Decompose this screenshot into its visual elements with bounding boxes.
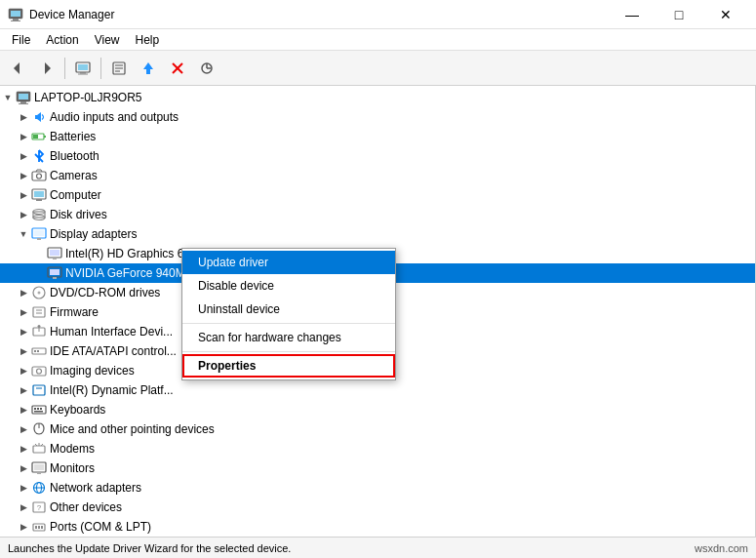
tree-label-root: LAPTOP-0LJR9OR5 xyxy=(34,91,142,104)
tree-item-network[interactable]: ▶Network adapters xyxy=(0,478,755,498)
expand-btn-firmware[interactable]: ▶ xyxy=(16,304,31,320)
svg-rect-78 xyxy=(35,526,37,529)
tree-icon-bluetooth xyxy=(31,148,47,164)
svg-rect-62 xyxy=(40,408,42,410)
update-driver-button[interactable] xyxy=(135,55,162,82)
tree-item-mice[interactable]: ▶Mice and other pointing devices xyxy=(0,419,755,439)
tree-icon-ports xyxy=(31,519,47,535)
tree-icon-other: ? xyxy=(31,499,47,515)
svg-point-50 xyxy=(38,325,41,328)
tree-item-other[interactable]: ▶?Other devices xyxy=(0,498,755,517)
maximize-button[interactable]: □ xyxy=(657,0,701,29)
menu-help[interactable]: Help xyxy=(128,31,168,49)
svg-rect-9 xyxy=(78,73,88,74)
tree-label-bluetooth: Bluetooth xyxy=(50,149,99,163)
toolbar-sep2 xyxy=(100,58,101,79)
menu-file[interactable]: File xyxy=(4,31,38,49)
uninstall-button[interactable] xyxy=(164,55,191,82)
tree-item-disk[interactable]: ▶Disk drives xyxy=(0,205,755,224)
svg-rect-63 xyxy=(34,411,43,413)
menu-bar: File Action View Help xyxy=(0,29,756,51)
svg-rect-23 xyxy=(19,103,28,104)
tree-item-monitors[interactable]: ▶Monitors xyxy=(0,458,755,478)
expand-btn-display[interactable]: ▼ xyxy=(16,226,31,242)
svg-rect-46 xyxy=(33,307,45,317)
svg-text:?: ? xyxy=(37,503,42,512)
svg-rect-54 xyxy=(37,350,39,352)
tree-label-human: Human Interface Devi... xyxy=(50,325,173,339)
forward-button[interactable] xyxy=(33,55,60,82)
context-menu-item-update-driver[interactable]: Update driver xyxy=(182,251,395,274)
tree-item-modems[interactable]: ▶Modems xyxy=(0,439,755,458)
context-menu-item-disable-device[interactable]: Disable device xyxy=(182,274,395,298)
tree-item-intel-dyn[interactable]: ▶Intel(R) Dynamic Platf... xyxy=(0,380,755,400)
expand-btn-other[interactable]: ▶ xyxy=(16,499,31,515)
svg-marker-14 xyxy=(143,62,153,74)
menu-view[interactable]: View xyxy=(87,31,128,49)
svg-rect-55 xyxy=(32,367,46,376)
tree-label-mice: Mice and other pointing devices xyxy=(50,422,215,436)
show-hidden-button[interactable] xyxy=(69,55,97,82)
expand-btn-computer[interactable]: ▶ xyxy=(16,187,31,203)
tree-item-keyboards[interactable]: ▶Keyboards xyxy=(0,400,755,419)
svg-rect-40 xyxy=(53,258,57,259)
tree-label-imaging: Imaging devices xyxy=(50,364,135,378)
expand-btn-network[interactable]: ▶ xyxy=(16,480,31,496)
tree-label-disk: Disk drives xyxy=(50,208,107,221)
svg-rect-42 xyxy=(50,269,60,275)
tree-panel[interactable]: ▼LAPTOP-0LJR9OR5▶Audio inputs and output… xyxy=(0,86,756,537)
svg-rect-70 xyxy=(34,464,44,470)
tree-icon-imaging xyxy=(31,363,47,379)
expand-btn-audio[interactable]: ▶ xyxy=(16,109,31,125)
tree-icon-root xyxy=(16,90,31,105)
expand-btn-bluetooth[interactable]: ▶ xyxy=(16,148,31,164)
expand-btn-ports[interactable]: ▶ xyxy=(16,519,31,535)
svg-rect-36 xyxy=(34,230,44,236)
expand-btn-modems[interactable]: ▶ xyxy=(16,441,31,457)
scan-button[interactable] xyxy=(193,55,220,82)
svg-rect-61 xyxy=(37,408,39,410)
expand-btn-root[interactable]: ▼ xyxy=(0,90,16,105)
context-menu-item-scan[interactable]: Scan for hardware changes xyxy=(182,326,395,349)
properties-button[interactable] xyxy=(105,55,133,82)
tree-item-display[interactable]: ▼Display adapters xyxy=(0,224,755,244)
tree-label-computer: Computer xyxy=(50,188,101,202)
svg-rect-80 xyxy=(41,526,43,529)
expand-btn-ide[interactable]: ▶ xyxy=(16,343,31,359)
expand-btn-cameras[interactable]: ▶ xyxy=(16,168,31,183)
expand-btn-human[interactable]: ▶ xyxy=(16,324,31,339)
tree-item-cameras[interactable]: ▶Cameras xyxy=(0,166,755,185)
close-button[interactable]: ✕ xyxy=(703,0,748,29)
expand-btn-imaging[interactable]: ▶ xyxy=(16,363,31,379)
back-button[interactable] xyxy=(4,55,31,82)
toolbar-sep1 xyxy=(64,58,65,79)
tree-label-intel-hd: Intel(R) HD Graphics 620 xyxy=(65,247,197,260)
expand-btn-dvd[interactable]: ▶ xyxy=(16,285,31,300)
svg-marker-4 xyxy=(14,62,20,74)
context-menu-item-uninstall-device[interactable]: Uninstall device xyxy=(182,298,395,321)
tree-item-ports[interactable]: ▶Ports (COM & LPT) xyxy=(0,517,755,537)
svg-rect-39 xyxy=(50,250,60,256)
expand-btn-intel-dyn[interactable]: ▶ xyxy=(16,382,31,398)
svg-rect-25 xyxy=(44,136,46,138)
title-bar-controls: — □ ✕ xyxy=(610,0,748,29)
expand-btn-batteries[interactable]: ▶ xyxy=(16,129,31,144)
tree-item-computer[interactable]: ▶Computer xyxy=(0,185,755,205)
tree-icon-cameras xyxy=(31,168,47,183)
tree-item-audio[interactable]: ▶Audio inputs and outputs xyxy=(0,107,755,127)
tree-label-ports: Ports (COM & LPT) xyxy=(50,520,151,534)
context-menu-item-properties[interactable]: Properties xyxy=(182,354,395,378)
expand-btn-monitors[interactable]: ▶ xyxy=(16,460,31,476)
expand-btn-mice[interactable]: ▶ xyxy=(16,421,31,437)
expand-btn-keyboards[interactable]: ▶ xyxy=(16,402,31,418)
status-text: Launches the Update Driver Wizard for th… xyxy=(8,542,291,554)
expand-btn-disk[interactable]: ▶ xyxy=(16,207,31,222)
tree-item-root[interactable]: ▼LAPTOP-0LJR9OR5 xyxy=(0,88,755,107)
tree-label-audio: Audio inputs and outputs xyxy=(50,110,179,124)
minimize-button[interactable]: — xyxy=(610,0,655,29)
tree-label-other: Other devices xyxy=(50,500,122,514)
tree-item-batteries[interactable]: ▶Batteries xyxy=(0,127,755,146)
status-right: wsxdn.com xyxy=(695,542,748,554)
tree-item-bluetooth[interactable]: ▶Bluetooth xyxy=(0,146,755,166)
menu-action[interactable]: Action xyxy=(38,31,86,49)
